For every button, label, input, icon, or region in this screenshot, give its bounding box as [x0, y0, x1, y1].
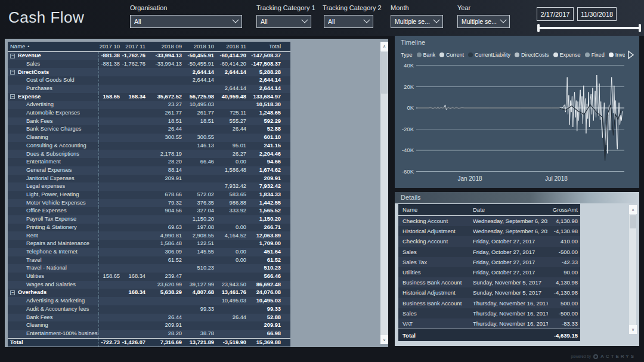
matrix-row[interactable]: Payroll Tax Expense1,150.201,150.20	[8, 215, 290, 224]
year-dropdown[interactable]: Multiple se...	[457, 15, 510, 28]
details-row[interactable]: UtilitiesFriday, October 27, 201790.00	[398, 267, 580, 277]
matrix-row[interactable]: Janitorial Expenses209.91209.91	[8, 175, 290, 183]
details-col-header[interactable]: GrossAmt	[548, 206, 580, 213]
matrix-row[interactable]: Purchases2,644.142,644.14	[8, 85, 290, 93]
month-dropdown-value: Multiple se...	[395, 18, 434, 25]
slider-handle-start[interactable]	[537, 24, 540, 32]
matrix-cell: 56,725.98	[183, 93, 215, 101]
matrix-col-header[interactable]: Total	[247, 42, 282, 51]
matrix-col-header[interactable]: 2017 11	[121, 42, 147, 51]
matrix-col-header[interactable]: Name▲	[8, 42, 99, 51]
details-row[interactable]: Historical AdjustmentWednesday, Septembe…	[398, 226, 580, 236]
end-date-input[interactable]: 11/30/2018	[577, 7, 617, 21]
matrix-row[interactable]: Sales-881.38-1,762.76-33,994.13-50,455.9…	[8, 60, 290, 69]
matrix-row[interactable]: Cost of Goods Sold2,644.142,644.14	[8, 76, 290, 85]
details-row[interactable]: SalesFriday, October 27, 2017-500.00	[398, 247, 580, 257]
details-col-header[interactable]: Name	[398, 206, 469, 213]
matrix-row[interactable]: Utilities158.65168.34239.47566.46	[8, 273, 290, 281]
matrix-row[interactable]: Entertainment28.2066.460.0094.66	[8, 158, 290, 166]
matrix-row[interactable]: Bank Service Charges26.4426.4452.88	[8, 125, 290, 134]
matrix-row[interactable]: Legal expenses7,932.427,932.42	[8, 182, 290, 191]
details-scrollbar-thumb[interactable]	[630, 215, 636, 228]
matrix-cell: 904.56	[147, 207, 183, 215]
tracking-category-2-dropdown[interactable]: All	[324, 15, 373, 28]
matrix-row-name: −Expense	[8, 93, 99, 101]
matrix-cell: -147,508.37	[247, 52, 282, 60]
scroll-up-icon[interactable]: ∧	[629, 205, 637, 214]
matrix-cell: 306.09	[147, 248, 183, 256]
matrix-scrollbar[interactable]: ∧ ∨	[380, 42, 388, 344]
matrix-cell: 99.33	[183, 305, 215, 314]
details-row[interactable]: Business Bank AccountThursday, November …	[398, 298, 580, 308]
matrix-row[interactable]: −Expense158.65168.3435,672.5256,725.9840…	[8, 93, 290, 101]
matrix-cell: 26.44	[147, 314, 183, 322]
matrix-cell: 2,204.46	[247, 150, 282, 159]
start-date-input[interactable]: 2/17/2017	[537, 7, 574, 21]
matrix-row[interactable]: Telephone & Internet306.09145.550.00451.…	[8, 248, 290, 256]
collapse-icon[interactable]: −	[10, 290, 15, 295]
slider-handle-end[interactable]	[639, 24, 641, 32]
details-titlebar: Details	[395, 192, 639, 203]
date-range-slider[interactable]	[537, 24, 641, 32]
matrix-cell: 23.27	[147, 101, 183, 109]
matrix-row[interactable]: Total-722.73-1,426.077,316.6913,721.89-3…	[8, 338, 290, 347]
timeline-chart[interactable]: 40K20K0K-20K-40K-60KJan 2018Jul 2018	[395, 36, 639, 188]
matrix-row[interactable]: Wages and Salaries23,620.9939,127.9923,9…	[8, 281, 290, 289]
matrix-row[interactable]: Dues & Subscriptions2,178.1926.272,204.4…	[8, 150, 290, 158]
details-row[interactable]: Business Bank AccountSunday, November 5,…	[398, 277, 580, 287]
matrix-col-header[interactable]: 2018 11	[215, 42, 247, 51]
matrix-row[interactable]: General Expenses88.141,586.481,674.62	[8, 166, 290, 175]
matrix-row[interactable]: Bank Fees18.5118.51555.27592.29	[8, 117, 290, 126]
month-dropdown[interactable]: Multiple se...	[391, 15, 443, 28]
matrix-row[interactable]: Motor Vehicle Expenses79.32376.35986.881…	[8, 199, 290, 208]
matrix-row[interactable]: Advertising23.2710,495.0310,518.30	[8, 101, 290, 109]
scroll-down-icon[interactable]: ∨	[380, 335, 388, 344]
matrix-cell: 376.35	[183, 199, 215, 208]
matrix-scrollbar-thumb[interactable]	[381, 52, 388, 94]
matrix-row-name: Payroll Tax Expense	[8, 215, 99, 224]
matrix-row-name: Travel - National	[8, 264, 99, 273]
organisation-dropdown[interactable]: All	[130, 15, 242, 28]
matrix-row[interactable]: Cleaning300.55300.55601.10	[8, 134, 290, 142]
details-cell-date: Sunday, November 5, 2017	[469, 289, 548, 296]
matrix-cell: 24,076.08	[247, 289, 282, 297]
details-col-header[interactable]: Date	[469, 206, 548, 213]
details-row[interactable]: Historical AdjustmentSunday, November 5,…	[398, 287, 580, 298]
matrix-cell: 239.47	[147, 273, 183, 281]
matrix-row[interactable]: Travel - National510.23510.23	[8, 264, 290, 273]
collapse-icon[interactable]: −	[10, 70, 15, 75]
matrix-row[interactable]: Travel61.520.0061.52	[8, 256, 290, 265]
details-row[interactable]: Checking AccountFriday, October 27, 2017…	[398, 236, 580, 246]
matrix-row[interactable]: −DirectCosts2,644.142,644.145,288.28	[8, 68, 290, 76]
collapse-icon[interactable]: −	[10, 94, 15, 99]
scroll-up-icon[interactable]: ∧	[380, 42, 388, 51]
matrix-row[interactable]: Audit & Accountancy fees99.3399.33	[8, 305, 290, 314]
matrix-row[interactable]: −Revenue-881.38-1,762.76-33,994.13-50,45…	[8, 52, 290, 60]
details-scrollbar[interactable]: ∧ ∨	[629, 205, 636, 334]
matrix-cell: 26.44	[147, 125, 183, 134]
svg-text:Jul 2018: Jul 2018	[545, 175, 568, 182]
scroll-down-icon[interactable]: ∨	[629, 325, 637, 334]
tracking-category-1-dropdown[interactable]: All	[256, 15, 311, 28]
matrix-row[interactable]: Office Expenses904.56327.04333.921,565.5…	[8, 207, 290, 215]
details-row[interactable]: VATThursday, November 16, 2017-83.33	[398, 318, 580, 329]
matrix-col-header[interactable]: 2018 10	[183, 42, 215, 51]
matrix-row[interactable]: Consulting & Accounting146.1395.01241.15	[8, 142, 290, 150]
matrix-row[interactable]: Light, Power, Heating678.66572.02583.651…	[8, 191, 290, 199]
matrix-row[interactable]: Entertainment-100% business28.2038.7866.…	[8, 330, 290, 338]
matrix-row[interactable]: Rent4,990.812,908.554,164.5212,063.89	[8, 231, 290, 240]
matrix-row[interactable]: Automobile Expenses261.77261.77725.111,2…	[8, 109, 290, 117]
matrix-row[interactable]: Advertising & Marketing10,495.0310,495.0…	[8, 297, 290, 305]
details-cell-amt: 4,130.98	[548, 218, 580, 224]
matrix-row[interactable]: Bank Fees26.4426.4452.88	[8, 314, 290, 322]
matrix-row[interactable]: −Overheads168.345,638.294,807.6813,461.7…	[8, 289, 290, 297]
details-row[interactable]: SalesThursday, November 16, 2017-500.00	[398, 308, 580, 318]
matrix-row[interactable]: Repairs and Maintenance1,586.48122.511,7…	[8, 240, 290, 248]
matrix-row[interactable]: Cleaning209.91209.91	[8, 321, 290, 330]
matrix-col-header[interactable]: 2017 10	[99, 42, 121, 51]
matrix-col-header[interactable]: 2018 09	[147, 42, 183, 51]
details-row[interactable]: Sales TaxFriday, October 27, 2017-42.33	[398, 257, 580, 267]
collapse-icon[interactable]: −	[10, 54, 15, 58]
matrix-row[interactable]: Printing & Stationery69.63197.080.00266.…	[8, 224, 290, 232]
details-row[interactable]: Checking AccountWednesday, September 6, …	[398, 216, 580, 226]
